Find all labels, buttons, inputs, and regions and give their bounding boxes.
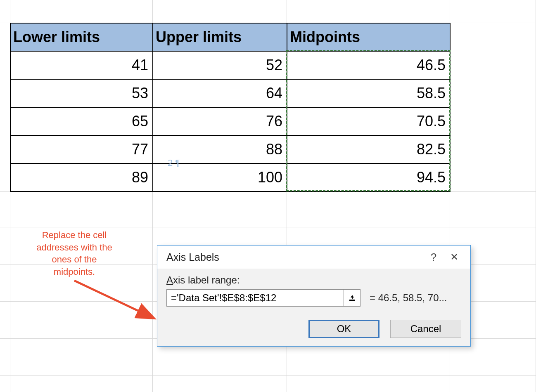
annotation-arrow-icon <box>70 276 161 330</box>
close-button[interactable]: ✕ <box>444 251 465 263</box>
cell-upper[interactable]: 52 <box>153 51 287 79</box>
cell-upper[interactable]: 88 <box>153 135 287 163</box>
cell-upper[interactable]: 100 <box>153 163 287 191</box>
collapse-dialog-button[interactable] <box>344 289 360 307</box>
worksheet-area: Lower limits Upper limits Midpoints 41 5… <box>0 0 536 392</box>
dialog-titlebar[interactable]: Axis Labels ? ✕ <box>157 246 470 269</box>
dialog-title-text: Axis Labels <box>166 251 219 263</box>
label-rest: xis label range: <box>173 274 240 286</box>
annotation-line: Replace the cell <box>42 230 107 240</box>
svg-rect-1 <box>349 300 355 301</box>
header-midpoints[interactable]: Midpoints <box>287 23 450 51</box>
cell-lower[interactable]: 53 <box>10 79 153 107</box>
axis-label-range-input[interactable] <box>166 289 344 307</box>
cell-mid[interactable]: 70.5 <box>287 107 450 135</box>
header-lower-limits[interactable]: Lower limits <box>10 23 153 51</box>
mnemonic-letter: A <box>166 274 173 286</box>
table-row: 65 76 70.5 <box>10 107 450 135</box>
cell-upper[interactable]: 64 <box>153 79 287 107</box>
collapse-icon <box>348 294 356 302</box>
table-row: 53 64 58.5 <box>10 79 450 107</box>
cell-mid[interactable]: 46.5 <box>287 51 450 79</box>
table-row: 89 100 94.5 <box>10 163 450 191</box>
cell-mid[interactable]: 58.5 <box>287 79 450 107</box>
limits-table: Lower limits Upper limits Midpoints 41 5… <box>10 23 451 192</box>
cell-upper[interactable]: 76 <box>153 107 287 135</box>
cell-mid[interactable]: 94.5 <box>287 163 450 191</box>
table-row: 77 88 82.5 <box>10 135 450 163</box>
cell-lower[interactable]: 65 <box>10 107 153 135</box>
help-button[interactable]: ? <box>423 251 444 264</box>
ok-button[interactable]: OK <box>308 320 379 338</box>
range-preview-text: = 46.5, 58.5, 70... <box>370 292 447 304</box>
axis-labels-dialog: Axis Labels ? ✕ Axis label range: = 46.5… <box>157 245 471 347</box>
annotation-line: midpoints. <box>54 267 95 277</box>
svg-line-0 <box>74 281 153 318</box>
table-row: 41 52 46.5 <box>10 51 450 79</box>
annotation-text: Replace the cell addresses with the ones… <box>17 229 132 278</box>
cell-mid[interactable]: 82.5 <box>287 135 450 163</box>
annotation-line: ones of the <box>52 254 97 264</box>
cell-lower[interactable]: 77 <box>10 135 153 163</box>
axis-label-range-label: Axis label range: <box>166 274 461 286</box>
cell-lower[interactable]: 41 <box>10 51 153 79</box>
header-upper-limits[interactable]: Upper limits <box>153 23 287 51</box>
annotation-line: addresses with the <box>36 242 112 253</box>
cell-lower[interactable]: 89 <box>10 163 153 191</box>
cancel-button[interactable]: Cancel <box>390 320 461 338</box>
